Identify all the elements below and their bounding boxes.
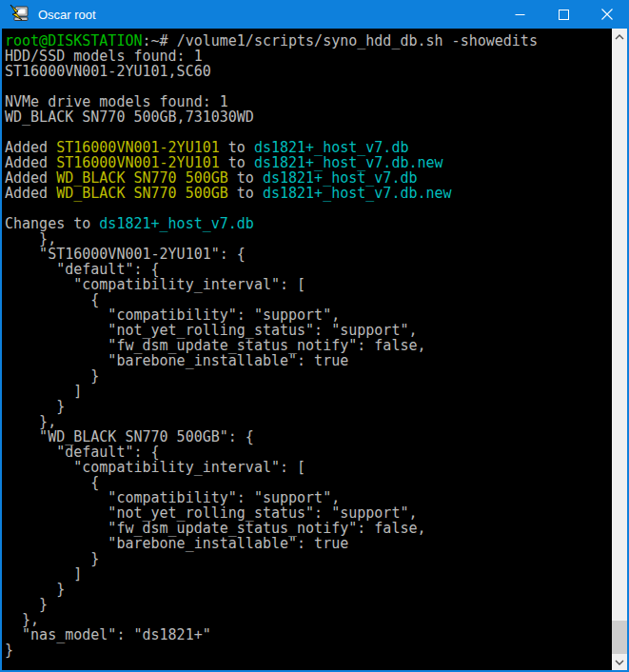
terminal-line: Added ST16000VN001-2YU101 to ds1821+_hos… <box>5 140 612 155</box>
terminal-line: Added ST16000VN001-2YU101 to ds1821+_hos… <box>5 155 612 170</box>
terminal-line: "compatibility": "support", <box>5 307 612 323</box>
terminal-line: root@DISKSTATION:~# /volume1/scripts/syn… <box>5 33 612 49</box>
maximize-button[interactable] <box>541 0 585 29</box>
terminal-output[interactable]: root@DISKSTATION:~# /volume1/scripts/syn… <box>2 29 612 670</box>
terminal-line: } <box>5 597 612 612</box>
terminal-line: ST16000VN001-2YU101,SC60 <box>5 64 612 79</box>
terminal-line: }, <box>5 612 612 627</box>
scrollbar[interactable] <box>612 29 627 670</box>
terminal-line: "fw_dsm_update_status_notify": false, <box>5 521 612 536</box>
terminal-line: { <box>5 292 612 307</box>
terminal-line: "compatibility": "support", <box>5 490 612 505</box>
scroll-down-button[interactable] <box>612 654 627 670</box>
terminal-line: NVMe drive models found: 1 <box>5 94 612 109</box>
terminal-line: } <box>5 551 612 566</box>
terminal-line: } <box>5 582 612 597</box>
scroll-up-button[interactable] <box>612 29 627 45</box>
terminal-line: "barebone_installable": true <box>5 353 612 368</box>
window-title: Oscar root <box>38 8 96 22</box>
terminal-line: "ST16000VN001-2YU101": { <box>5 247 612 262</box>
terminal-line: "not_yet_rolling_status": "support", <box>5 323 612 338</box>
terminal-line: "default": { <box>5 262 612 277</box>
terminal-line: "compatibility_interval": [ <box>5 277 612 292</box>
terminal-line: "nas_model": "ds1821+" <box>5 627 612 642</box>
maximize-icon <box>559 10 569 20</box>
terminal-line: }, <box>5 414 612 429</box>
minimize-button[interactable] <box>498 0 541 29</box>
titlebar[interactable]: Oscar root <box>0 0 629 29</box>
terminal-line: } <box>5 642 612 658</box>
terminal-line: "barebone_installable": true <box>5 536 612 551</box>
terminal-line: "compatibility_interval": [ <box>5 460 612 475</box>
minimize-icon <box>515 10 525 20</box>
chevron-down-icon <box>615 660 624 665</box>
terminal-line <box>5 201 612 216</box>
putty-icon[interactable] <box>9 4 29 25</box>
window-body: root@DISKSTATION:~# /volume1/scripts/syn… <box>2 29 627 670</box>
terminal-line: } <box>5 368 612 384</box>
terminal-line: "fw_dsm_update_status_notify": false, <box>5 338 612 353</box>
terminal-line: "not_yet_rolling_status": "support", <box>5 505 612 521</box>
terminal-line <box>5 79 612 94</box>
close-icon <box>601 9 613 20</box>
terminal-line: "default": { <box>5 445 612 460</box>
scrollbar-thumb[interactable] <box>612 621 627 654</box>
chevron-up-icon <box>615 34 624 40</box>
terminal-line: "WD_BLACK SN770 500GB": { <box>5 429 612 445</box>
terminal-line: { <box>5 475 612 490</box>
terminal-line: ] <box>5 384 612 399</box>
terminal-line: }, <box>5 231 612 247</box>
putty-window: Oscar root root@DISKSTATION:~# /volume1/… <box>0 0 629 672</box>
terminal-line: HDD/SSD models found: 1 <box>5 49 612 64</box>
terminal-line: ] <box>5 566 612 582</box>
terminal-line <box>5 125 612 140</box>
terminal-line: Added WD_BLACK SN770 500GB to ds1821+_ho… <box>5 170 612 186</box>
terminal-line: } <box>5 399 612 414</box>
close-button[interactable] <box>585 0 629 29</box>
terminal-line: WD_BLACK SN770 500GB,731030WD <box>5 109 612 125</box>
scrollbar-track[interactable] <box>612 45 627 654</box>
terminal-line: Changes to ds1821+_host_v7.db <box>5 216 612 231</box>
terminal-line: Added WD_BLACK SN770 500GB to ds1821+_ho… <box>5 186 612 201</box>
